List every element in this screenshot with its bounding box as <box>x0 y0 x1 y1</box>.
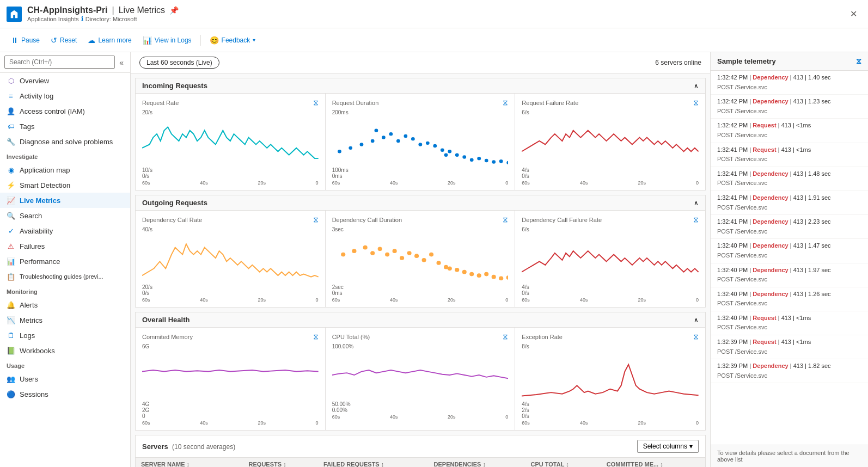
incoming-collapse-button[interactable]: ∧ <box>694 82 699 90</box>
telemetry-item[interactable]: 1:32:39 PM | Request | 413 | <1msPOST /S… <box>711 335 868 359</box>
pin-icon[interactable]: 📌 <box>169 6 179 15</box>
feedback-button[interactable]: 😊 Feedback ▾ <box>205 33 260 47</box>
search-input[interactable] <box>4 56 115 69</box>
sidebar-item-activity-log[interactable]: ≡ Activity log <box>0 88 130 103</box>
svg-point-6 <box>389 132 393 136</box>
reset-button[interactable]: ↺ Reset <box>46 33 81 47</box>
sidebar-item-failures[interactable]: ⚠ Failures <box>0 238 130 254</box>
sidebar-item-availability[interactable]: ✓ Availability <box>0 223 130 238</box>
sidebar-item-access-control[interactable]: 👤 Access control (IAM) <box>0 103 130 119</box>
request-failure-filter-icon[interactable]: ⧖ <box>693 98 699 107</box>
svg-point-40 <box>462 270 466 274</box>
sort-icon-name[interactable]: ↕ <box>187 461 190 467</box>
sidebar-item-smart-detection[interactable]: ⚡ Smart Detection <box>0 177 130 193</box>
sort-icon-failed[interactable]: ↕ <box>381 461 384 467</box>
svg-point-20 <box>484 159 488 162</box>
svg-point-11 <box>426 142 430 145</box>
sidebar-item-live-metrics[interactable]: 📈 Live Metrics <box>0 193 130 208</box>
request-rate-filter-icon[interactable]: ⧖ <box>313 98 319 107</box>
request-failure-svg <box>522 116 699 165</box>
view-in-logs-button[interactable]: 📊 View in Logs <box>138 33 196 47</box>
close-button[interactable]: ✕ <box>846 7 861 21</box>
title-text: CH-AppInsights-Pri | Live Metrics 📌 Appl… <box>27 5 179 22</box>
sidebar-item-alerts[interactable]: 🔔 Alerts <box>0 297 130 312</box>
feedback-chevron-icon: ▾ <box>253 37 255 43</box>
dep-duration-filter-icon[interactable]: ⧖ <box>503 215 508 224</box>
telemetry-item[interactable]: 1:32:40 PM | Request | 413 | <1msPOST /S… <box>711 311 868 335</box>
telemetry-item[interactable]: 1:32:40 PM | Dependency | 413 | 1.26 sec… <box>711 287 868 311</box>
title-subtitle: Application Insights ℹ Directory: Micros… <box>27 15 179 22</box>
telemetry-item[interactable]: 1:32:40 PM | Dependency | 413 | 1.47 sec… <box>711 239 868 263</box>
sidebar-item-metrics[interactable]: 📉 Metrics <box>0 312 130 328</box>
activity-log-icon: ≡ <box>7 91 15 100</box>
svg-point-35 <box>429 253 433 257</box>
sidebar-item-app-map[interactable]: ◉ Application map <box>0 162 130 177</box>
servers-table-header-row: SERVER NAME ↕ REQUESTS ↕ FAILED REQUESTS… <box>136 458 705 467</box>
info-icon[interactable]: ℹ <box>81 15 83 22</box>
health-collapse-button[interactable]: ∧ <box>694 316 699 324</box>
sidebar-label-access-control: Access control (IAM) <box>20 107 85 115</box>
select-columns-chevron-icon: ▾ <box>689 443 693 450</box>
view-logs-label: View in Logs <box>155 36 192 44</box>
committed-memory-svg <box>142 351 319 400</box>
incoming-requests-section: Incoming Requests ∧ Request Rate ⧖ 20/s <box>135 78 706 191</box>
telemetry-item[interactable]: 1:32:41 PM | Dependency | 413 | 2.23 sec… <box>711 215 868 239</box>
reset-label: Reset <box>60 36 77 44</box>
cpu-total-label: CPU Total (%) ⧖ <box>332 332 509 341</box>
telemetry-item[interactable]: 1:32:42 PM | Request | 413 | <1msPOST /S… <box>711 119 868 143</box>
learn-more-button[interactable]: ☁ Learn more <box>83 33 136 47</box>
sort-icon-requests[interactable]: ↕ <box>283 461 286 467</box>
svg-point-41 <box>469 272 474 276</box>
sidebar-label-smart-detection: Smart Detection <box>20 181 70 189</box>
sidebar-label-app-map: Application map <box>20 166 70 174</box>
app-map-icon: ◉ <box>7 165 15 174</box>
select-columns-button[interactable]: Select columns ▾ <box>637 440 699 453</box>
sidebar-item-sessions[interactable]: 🔵 Sessions <box>0 386 130 402</box>
sidebar-item-search[interactable]: 🔍 Search <box>0 208 130 223</box>
sidebar-item-users[interactable]: 👥 Users <box>0 371 130 386</box>
telemetry-item[interactable]: 1:32:39 PM | Dependency | 413 | 1.82 sec… <box>711 359 868 383</box>
sidebar-item-performance[interactable]: 📊 Performance <box>0 254 130 269</box>
pause-button[interactable]: ⏸ Pause <box>7 33 44 47</box>
sidebar-item-logs[interactable]: 🗒 Logs <box>0 328 130 343</box>
exception-filter-icon[interactable]: ⧖ <box>693 332 699 341</box>
cpu-total-svg <box>332 351 509 400</box>
sidebar-label-troubleshooting: Troubleshooting guides (previ... <box>20 273 103 280</box>
col-dependencies: DEPENDENCIES ↕ <box>429 458 525 467</box>
sidebar-item-troubleshooting[interactable]: 📋 Troubleshooting guides (previ... <box>0 269 130 284</box>
filter-icon[interactable]: ⧖ <box>856 57 861 66</box>
dep-failure-filter-icon[interactable]: ⧖ <box>693 215 699 224</box>
outgoing-collapse-button[interactable]: ∧ <box>694 199 699 207</box>
dep-call-duration-chart: Dependency Call Duration ⧖ 3sec <box>326 211 516 307</box>
telemetry-item[interactable]: 1:32:41 PM | Dependency | 413 | 1.91 sec… <box>711 191 868 215</box>
request-duration-filter-icon[interactable]: ⧖ <box>503 98 508 107</box>
telemetry-item[interactable]: 1:32:42 PM | Dependency | 413 | 1.23 sec… <box>711 95 868 119</box>
dep-rate-filter-icon[interactable]: ⧖ <box>313 215 319 224</box>
svg-point-3 <box>370 139 374 143</box>
cpu-filter-icon[interactable]: ⧖ <box>503 332 508 341</box>
telemetry-item[interactable]: 1:32:42 PM | Dependency | 413 | 1.40 sec… <box>711 71 868 95</box>
svg-point-32 <box>407 251 411 255</box>
sort-icon-memory[interactable]: ↕ <box>660 461 663 467</box>
sidebar-item-diagnose[interactable]: 🔧 Diagnose and solve problems <box>0 134 130 149</box>
sidebar-item-overview[interactable]: ⬡ Overview <box>0 73 130 88</box>
title-separator: | <box>112 5 114 15</box>
sort-icon-cpu[interactable]: ↕ <box>566 461 569 467</box>
telemetry-item[interactable]: 1:32:41 PM | Dependency | 413 | 1.48 sec… <box>711 167 868 191</box>
sidebar-item-workbooks[interactable]: 📗 Workbooks <box>0 343 130 358</box>
telemetry-item[interactable]: 1:32:41 PM | Request | 413 | <1msPOST /S… <box>711 143 868 167</box>
sidebar-label-search: Search <box>20 212 42 220</box>
memory-filter-icon[interactable]: ⧖ <box>313 332 319 341</box>
telemetry-item[interactable]: 1:32:40 PM | Dependency | 413 | 1.97 sec… <box>711 263 868 287</box>
sidebar-item-tags[interactable]: 🏷 Tags <box>0 119 130 134</box>
col-cpu-total: CPU TOTAL ↕ <box>525 458 601 467</box>
dep-call-rate-label: Dependency Call Rate ⧖ <box>142 215 319 224</box>
servers-subtitle: (10 second averages) <box>172 443 235 451</box>
sidebar-label-overview: Overview <box>20 77 49 85</box>
dep-call-rate-chart: Dependency Call Rate ⧖ 40/s 20/s 0/s 60s… <box>136 211 326 307</box>
sort-icon-deps[interactable]: ↕ <box>482 461 486 467</box>
cpu-total-chart: CPU Total (%) ⧖ 100.00% 50.00% 0.00% 60s… <box>326 328 516 430</box>
incoming-charts-grid: Request Rate ⧖ 20/s 10/s 0/s 60s40s20s0 <box>136 94 705 190</box>
sidebar-collapse-button[interactable]: « <box>117 56 126 69</box>
overview-icon: ⬡ <box>7 76 15 85</box>
